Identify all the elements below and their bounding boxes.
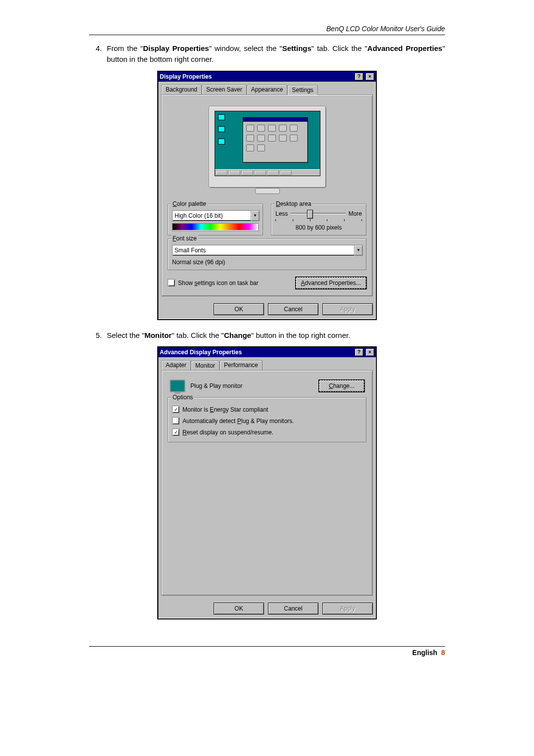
tab-adapter[interactable]: Adapter bbox=[161, 360, 191, 370]
help-button[interactable]: ? bbox=[355, 73, 363, 81]
chevron-down-icon[interactable]: ▼ bbox=[354, 245, 362, 255]
desktop-icons bbox=[218, 114, 225, 151]
chevron-down-icon[interactable]: ▼ bbox=[251, 211, 259, 221]
step-4-text: From the "Display Properties" window, se… bbox=[107, 43, 445, 65]
t: Select the " bbox=[107, 331, 144, 339]
t: " tab. Click the " bbox=[312, 44, 367, 52]
slider-thumb[interactable] bbox=[307, 210, 313, 219]
instruction-step-4: 4. From the "Display Properties" window,… bbox=[89, 43, 445, 65]
close-button[interactable]: × bbox=[365, 73, 374, 81]
dlg1-button-row: OK Cancel Apply bbox=[158, 299, 376, 319]
t: Display Properties bbox=[143, 44, 209, 52]
t: " tab. Click the " bbox=[172, 331, 224, 339]
apply-button[interactable]: Apply bbox=[322, 603, 373, 614]
desktop-area-legend: Desktop area bbox=[274, 200, 312, 207]
tab-performance[interactable]: Performance bbox=[220, 360, 263, 370]
advanced-display-properties-dialog: Advanced Display Properties ? × Adapter … bbox=[157, 346, 377, 619]
display-properties-dialog: Display Properties ? × Background Screen… bbox=[157, 71, 377, 320]
font-size-group: Font size Small Fonts ▼ Normal size (96 … bbox=[168, 238, 366, 270]
opt-autodetect-checkbox[interactable] bbox=[172, 417, 179, 425]
opt-autodetect-row[interactable]: Automatically detect Plug & Play monitor… bbox=[172, 417, 362, 425]
footer-lang: English bbox=[412, 649, 438, 657]
t: Advanced Properties bbox=[367, 44, 443, 52]
font-size-value: Small Fonts bbox=[173, 247, 354, 254]
slider-more-label: More bbox=[349, 210, 362, 217]
preview-taskbar bbox=[215, 169, 320, 176]
dlg2-title: Advanced Display Properties bbox=[160, 349, 353, 356]
t: Settings bbox=[282, 44, 312, 52]
dlg2-tab-monitor-body: Plug & Play monitor Change... Options ✓ … bbox=[161, 370, 373, 596]
footer-page-number: 8 bbox=[441, 649, 445, 657]
t: Monitor bbox=[144, 331, 172, 339]
tab-screen-saver[interactable]: Screen Saver bbox=[202, 85, 247, 94]
t: " window, select the " bbox=[209, 44, 282, 52]
ok-button[interactable]: OK bbox=[214, 303, 264, 315]
cancel-button[interactable]: Cancel bbox=[268, 303, 318, 315]
show-settings-label: Show settings icon on task bar bbox=[178, 280, 259, 286]
dlg1-tab-settings-body: Color palette High Color (16 bit) ▼ Desk… bbox=[161, 94, 373, 296]
font-size-combo[interactable]: Small Fonts ▼ bbox=[172, 245, 363, 256]
dpi-note: Normal size (96 dpi) bbox=[172, 259, 362, 266]
dlg2-titlebar[interactable]: Advanced Display Properties ? × bbox=[158, 347, 376, 357]
dlg2-tabstrip: Adapter Monitor Performance bbox=[158, 357, 376, 370]
page-header: BenQ LCD Color Monitor User's Guide bbox=[89, 25, 445, 35]
resolution-value: 800 by 600 pixels bbox=[275, 224, 362, 231]
monitor-name: Plug & Play monitor bbox=[190, 382, 319, 389]
page-footer: English 8 bbox=[89, 646, 445, 657]
options-legend: Options bbox=[171, 394, 194, 401]
help-button[interactable]: ? bbox=[355, 348, 363, 356]
tab-background[interactable]: Background bbox=[161, 85, 202, 94]
font-size-legend: Font size bbox=[171, 235, 198, 242]
apply-button[interactable]: Apply bbox=[322, 303, 373, 315]
color-depth-preview bbox=[172, 223, 259, 231]
slider-less-label: Less bbox=[275, 210, 288, 217]
opt-reset-checkbox[interactable]: ✓ bbox=[172, 428, 179, 436]
preview-window bbox=[243, 117, 308, 163]
t: From the " bbox=[107, 44, 143, 52]
ok-button[interactable]: OK bbox=[214, 603, 264, 614]
step-5-text: Select the "Monitor" tab. Click the "Cha… bbox=[107, 330, 445, 341]
dlg1-title: Display Properties bbox=[160, 73, 353, 80]
color-palette-legend: Color palette bbox=[171, 200, 208, 207]
opt-reset-row[interactable]: ✓ Reset display on suspend/resume. bbox=[172, 428, 362, 436]
dlg1-titlebar[interactable]: Display Properties ? × bbox=[158, 72, 376, 82]
opt-energy-star-label: Monitor is Energy Star compliant bbox=[182, 406, 268, 413]
monitor-stand bbox=[255, 188, 280, 194]
color-palette-value: High Color (16 bit) bbox=[173, 212, 251, 219]
resolution-slider[interactable] bbox=[291, 213, 345, 214]
color-palette-combo[interactable]: High Color (16 bit) ▼ bbox=[172, 210, 260, 221]
t: " button in the top right corner. bbox=[251, 331, 350, 339]
close-button[interactable]: × bbox=[365, 348, 374, 356]
color-palette-group: Color palette High Color (16 bit) ▼ bbox=[168, 204, 263, 236]
instruction-step-5: 5. Select the "Monitor" tab. Click the "… bbox=[89, 330, 445, 341]
t: Change bbox=[224, 331, 251, 339]
monitor-icon bbox=[170, 379, 185, 392]
desktop-area-group: Desktop area Less More 800 by 600 pixels bbox=[271, 204, 366, 236]
options-group: Options ✓ Monitor is Energy Star complia… bbox=[168, 397, 366, 442]
tab-monitor[interactable]: Monitor bbox=[191, 361, 220, 371]
dlg2-button-row: OK Cancel Apply bbox=[158, 599, 376, 618]
dlg1-tabstrip: Background Screen Saver Appearance Setti… bbox=[158, 82, 376, 94]
advanced-properties-button[interactable]: Advanced Properties... bbox=[296, 277, 366, 289]
step-4-number: 4. bbox=[89, 43, 107, 65]
show-settings-checkbox-row[interactable]: Show settings icon on task bar bbox=[168, 279, 259, 286]
change-button[interactable]: Change... bbox=[319, 380, 364, 392]
show-settings-checkbox[interactable] bbox=[168, 279, 175, 286]
opt-reset-label: Reset display on suspend/resume. bbox=[182, 429, 273, 436]
cancel-button[interactable]: Cancel bbox=[268, 603, 318, 614]
opt-autodetect-label: Automatically detect Plug & Play monitor… bbox=[182, 418, 294, 425]
monitor-screen bbox=[215, 111, 320, 176]
step-5-number: 5. bbox=[89, 330, 107, 341]
opt-energy-star-checkbox[interactable]: ✓ bbox=[172, 406, 179, 413]
tab-settings[interactable]: Settings bbox=[287, 85, 317, 95]
tab-appearance[interactable]: Appearance bbox=[247, 85, 288, 94]
monitor-preview bbox=[198, 102, 336, 196]
opt-energy-star-row[interactable]: ✓ Monitor is Energy Star compliant bbox=[172, 406, 362, 413]
